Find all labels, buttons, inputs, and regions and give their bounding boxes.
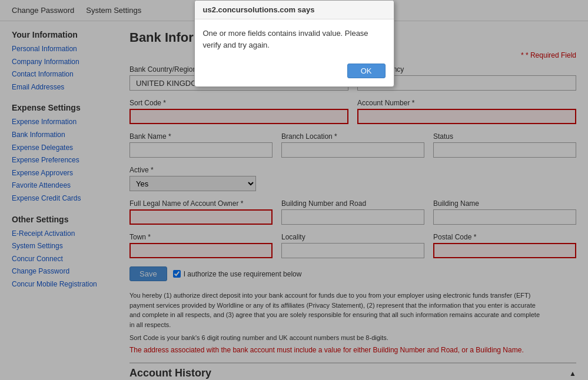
modal-header: us2.concursolutions.com says bbox=[195, 1, 394, 19]
modal-body: One or more fields contains invalid valu… bbox=[195, 19, 394, 59]
modal-ok-button[interactable]: OK bbox=[347, 64, 386, 78]
modal-overlay: us2.concursolutions.com says One or more… bbox=[0, 0, 588, 380]
modal-footer: OK bbox=[195, 59, 394, 86]
modal-dialog: us2.concursolutions.com says One or more… bbox=[194, 0, 394, 87]
